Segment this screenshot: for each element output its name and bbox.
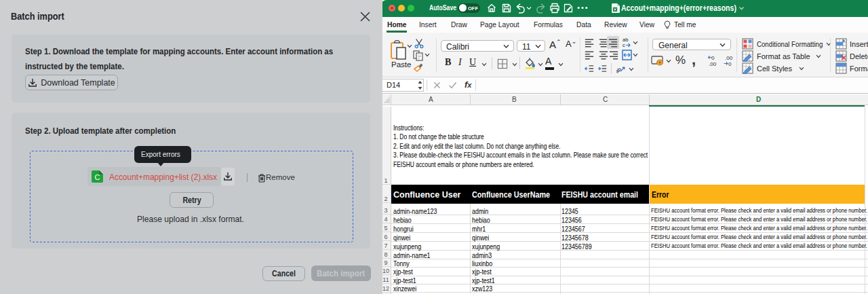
svg-text:.00: .00 [709, 61, 717, 67]
svg-text:c: c [623, 42, 625, 48]
svg-text:.00: .00 [725, 55, 733, 61]
svg-text:0: 0 [711, 55, 715, 61]
svg-text:0: 0 [728, 61, 732, 67]
svg-text:C: C [95, 173, 100, 181]
